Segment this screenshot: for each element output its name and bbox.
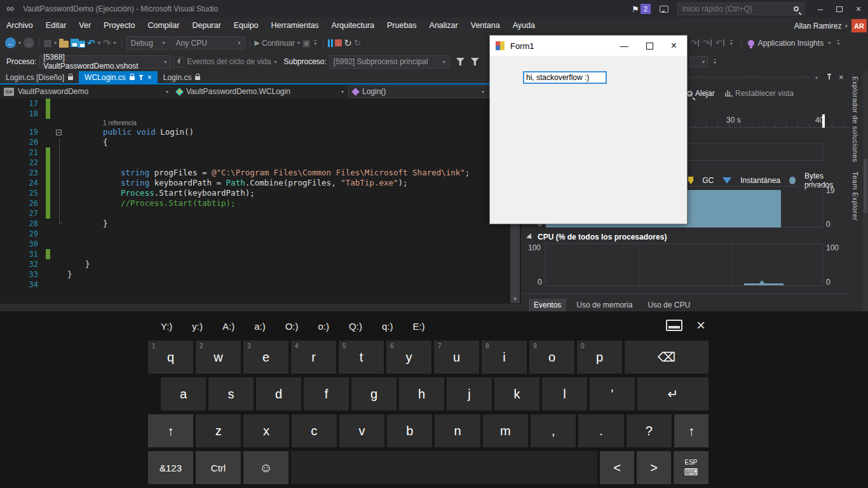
apostrophe-key[interactable]: ' — [590, 377, 635, 410]
filter-flagged-icon[interactable] — [471, 58, 479, 65]
enter-key[interactable]: ↵ — [637, 377, 709, 410]
letter-key-y[interactable]: y6 — [386, 341, 431, 374]
zoom-out-button[interactable]: Alejar — [687, 89, 715, 98]
document-tab-login-cs-dise-o[interactable]: Login.cs [Diseño] — [0, 71, 79, 83]
suppression-state-combo[interactable]: ▾ — [690, 56, 708, 67]
suggestion-q-smile[interactable]: Q:) — [349, 321, 362, 332]
navigate-back-caret-icon[interactable]: ▾ — [18, 40, 22, 46]
form-close-button[interactable]: × — [671, 40, 677, 51]
open-file-icon[interactable] — [59, 41, 69, 48]
collapse-region-icon[interactable]: − — [56, 130, 62, 135]
keyboard-close-icon[interactable]: × — [696, 316, 705, 334]
feedback-icon[interactable] — [660, 6, 668, 13]
letter-key-b[interactable]: b — [387, 414, 432, 447]
notifications-flag-icon[interactable]: ⚑ — [632, 4, 639, 14]
suggestion-o-smile[interactable]: O:) — [285, 321, 299, 332]
letter-key-t[interactable]: t5 — [339, 341, 384, 374]
menu-item-pruebas[interactable]: Pruebas — [381, 21, 423, 30]
redo-caret-icon[interactable]: ▾ — [113, 40, 117, 46]
undo-icon[interactable]: ↶ — [87, 37, 95, 49]
debug-toolbar-overflow-icon[interactable]: ▾ — [730, 40, 733, 46]
menu-item-ventana[interactable]: Ventana — [465, 21, 506, 30]
toolbar-overflow-icon[interactable]: ▾ — [314, 40, 316, 46]
codelens-references[interactable]: 1 referencia — [0, 119, 521, 127]
menu-item-ver[interactable]: Ver — [72, 21, 97, 30]
filter-threads-icon[interactable] — [456, 58, 465, 65]
scroll-down-icon[interactable]: ▼ — [510, 295, 520, 303]
letter-key-m[interactable]: m — [483, 414, 528, 447]
code-line-32[interactable]: 32} — [0, 259, 521, 269]
letter-key-g[interactable]: g — [351, 377, 397, 410]
code-line-19[interactable]: 19−public void Login() — [0, 127, 521, 137]
letter-key-z[interactable]: z — [196, 414, 241, 447]
letter-key-q[interactable]: q1 — [148, 341, 193, 374]
stop-debugging-icon[interactable] — [335, 39, 342, 46]
lifecycle-events-button[interactable]: Eventos del ciclo de vida — [187, 57, 271, 66]
code-editor[interactable]: 17181 referencia19−public void Login()20… — [0, 98, 521, 304]
code-line-27[interactable]: 27 — [0, 208, 521, 219]
project-dropdown[interactable]: C# VaultPasswordDemo▾ — [0, 85, 173, 98]
attach-icon[interactable]: ▣ — [302, 38, 310, 48]
code-line-17[interactable]: 17 — [0, 98, 521, 109]
menu-item-equipo[interactable]: Equipo — [227, 21, 265, 30]
navigate-back-icon[interactable]: ← — [5, 37, 16, 48]
break-all-icon[interactable] — [328, 39, 333, 47]
panel-menu-caret-icon[interactable]: ▾ — [815, 75, 818, 81]
letter-key-f[interactable]: f — [304, 377, 349, 410]
new-item-caret-icon[interactable]: ▾ — [53, 40, 57, 46]
application-insights-icon[interactable] — [748, 40, 754, 46]
save-all-icon[interactable] — [78, 41, 85, 48]
form-textbox[interactable] — [523, 71, 607, 84]
code-line-28[interactable]: 28} — [0, 219, 521, 229]
suggestion-o-smile[interactable]: o:) — [318, 321, 330, 332]
code-line-26[interactable]: 26//Process.Start(tabtip); — [0, 198, 521, 208]
letter-key-e[interactable]: e3 — [243, 341, 288, 374]
continue-button[interactable]: Continuar — [262, 39, 295, 48]
code-line-23[interactable]: 23string progFiles = @"C:\Program Files\… — [0, 168, 521, 178]
emoji-key[interactable]: ☺ — [243, 451, 288, 484]
legend-instant-nea[interactable]: Instantánea — [740, 176, 780, 185]
notification-count-badge[interactable]: 2 — [641, 4, 651, 14]
member-dropdown[interactable]: Login()▾ — [348, 85, 489, 98]
panel-close-icon[interactable]: × — [839, 72, 844, 82]
code-line-29[interactable]: 29 — [0, 229, 521, 239]
period-key[interactable]: . — [578, 414, 623, 447]
close-tab-icon[interactable]: × — [147, 73, 152, 82]
step-over-icon[interactable]: ↷ — [703, 38, 712, 48]
menu-item-arquitectura[interactable]: Arquitectura — [325, 21, 381, 30]
comma-key[interactable]: , — [531, 414, 576, 447]
letter-key-p[interactable]: p0 — [577, 341, 622, 374]
question-key[interactable]: ? — [627, 414, 672, 447]
menu-item-compilar[interactable]: Compilar — [141, 21, 186, 30]
code-line-31[interactable]: 31 — [0, 249, 521, 259]
cursor-right-key[interactable]: > — [637, 451, 671, 484]
space-key[interactable] — [291, 451, 597, 484]
letter-key-c[interactable]: c — [292, 414, 337, 447]
sidebar-tab-team-explorer[interactable]: Team Explorer — [851, 172, 859, 220]
application-insights-button[interactable]: Application Insights — [758, 39, 824, 48]
legend-gc[interactable]: GC — [702, 176, 714, 185]
minimize-button[interactable]: – — [811, 0, 830, 18]
code-line-33[interactable]: 33} — [0, 269, 521, 280]
form1-titlebar[interactable]: Form1 — × — [490, 36, 687, 56]
menu-item-proyecto[interactable]: Proyecto — [97, 21, 141, 30]
code-line-21[interactable]: 21 — [0, 147, 521, 158]
menu-item-herramientas[interactable]: Herramientas — [265, 21, 325, 30]
document-tab-wclogin-cs[interactable]: WCLogin.cs× — [79, 71, 158, 83]
step-out-icon[interactable]: ↶ — [715, 38, 724, 48]
menu-item-analizar[interactable]: Analizar — [423, 21, 465, 30]
code-line-24[interactable]: 24string keyboardPath = Path.Combine(pro… — [0, 178, 521, 188]
letter-key-d[interactable]: d — [256, 377, 301, 410]
form1-window[interactable]: Form1 — × — [489, 35, 688, 224]
lifecycle-events-caret-icon[interactable]: ▾ — [273, 59, 277, 65]
maximize-button[interactable] — [830, 0, 849, 18]
layout-key[interactable]: ESP⌨ — [674, 451, 709, 484]
letter-key-n[interactable]: n — [435, 414, 480, 447]
user-dropdown-caret-icon[interactable]: ▾ — [844, 23, 848, 29]
close-button[interactable]: × — [849, 0, 868, 18]
undo-caret-icon[interactable]: ▾ — [97, 40, 101, 46]
suggestion-e-smile[interactable]: E:) — [412, 321, 424, 332]
menu-item-ayuda[interactable]: Ayuda — [506, 21, 541, 30]
signed-in-user[interactable]: Allan Ramirez — [794, 22, 842, 30]
code-line-22[interactable]: 22 — [0, 158, 521, 168]
